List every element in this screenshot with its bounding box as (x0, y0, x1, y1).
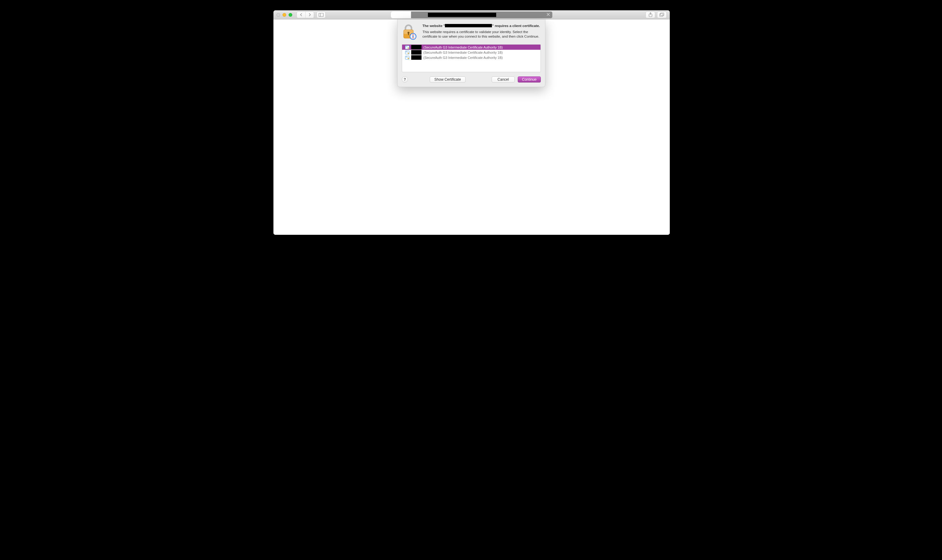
stop-reload-icon[interactable] (546, 12, 550, 17)
sidebar-icon (317, 12, 325, 18)
window-controls (277, 13, 292, 17)
certificate-row[interactable]: (SecureAuth G3 Intermediate Certificate … (402, 45, 540, 50)
share-group (645, 12, 655, 18)
certificate-name-redacted (411, 50, 422, 55)
titlebar (274, 10, 670, 19)
address-url-redacted (428, 13, 496, 17)
navigation-buttons (297, 12, 314, 18)
svg-point-31 (408, 58, 409, 59)
continue-label: Continue (522, 77, 537, 82)
certificate-name-redacted (411, 55, 422, 60)
certificate-list[interactable]: (SecureAuth G3 Intermediate Certificate … (402, 44, 541, 72)
svg-rect-19 (406, 47, 409, 47)
certificate-name-redacted (411, 45, 422, 49)
svg-rect-6 (660, 14, 663, 16)
cancel-button[interactable]: Cancel (492, 77, 515, 83)
address-secure-area (391, 12, 411, 18)
sheet-hostname-redacted (445, 24, 492, 27)
zoom-window-button[interactable] (289, 13, 292, 17)
browser-window: + (274, 10, 670, 235)
certificate-row[interactable]: (SecureAuth G3 Intermediate Certificate … (402, 50, 540, 55)
toolbar-right (645, 12, 667, 18)
certificate-issuer: (SecureAuth G3 Intermediate Certificate … (423, 46, 503, 49)
help-button[interactable]: ? (402, 77, 408, 83)
sheet-description: This website requires a certificate to v… (422, 30, 541, 39)
certificate-icon (405, 46, 409, 49)
sheet-title: The website "" requires a client certifi… (422, 24, 541, 29)
sheet-actions: ? Show Certificate Cancel Continue (402, 77, 541, 83)
page-viewport: The website "" requires a client certifi… (274, 19, 670, 235)
certificate-icon (405, 56, 409, 60)
continue-button[interactable]: Continue (518, 77, 541, 83)
sheet-title-suffix: " requires a client certificate. (492, 24, 540, 28)
desktop-stage: + (257, 0, 685, 255)
certificate-issuer: (SecureAuth G3 Intermediate Certificate … (423, 51, 503, 54)
svg-point-21 (408, 47, 409, 49)
sheet-title-prefix: The website " (422, 24, 445, 28)
certificate-row[interactable]: (SecureAuth G3 Intermediate Certificate … (402, 55, 540, 60)
certificate-issuer: (SecureAuth G3 Intermediate Certificate … (423, 56, 503, 60)
svg-rect-11 (408, 33, 409, 35)
lock-icon (402, 24, 417, 41)
svg-rect-0 (319, 13, 323, 16)
help-icon: ? (403, 77, 406, 82)
cancel-label: Cancel (497, 77, 509, 82)
svg-rect-23 (406, 51, 407, 52)
sidebar-toggle[interactable] (317, 12, 326, 18)
svg-rect-18 (406, 46, 407, 46)
certificate-icon (405, 51, 409, 54)
show-certificate-button[interactable]: Show Certificate (430, 77, 466, 83)
svg-rect-7 (661, 13, 664, 16)
certificate-sheet: The website "" requires a client certifi… (397, 19, 545, 87)
svg-rect-24 (406, 52, 409, 52)
svg-point-16 (413, 36, 414, 37)
tabs-group (657, 12, 667, 18)
forward-button[interactable] (305, 12, 314, 18)
share-button[interactable] (646, 12, 655, 18)
back-button[interactable] (297, 12, 305, 18)
address-bar[interactable] (391, 12, 553, 18)
svg-rect-25 (406, 52, 409, 52)
show-certificate-label: Show Certificate (434, 77, 461, 82)
minimize-window-button[interactable] (283, 13, 286, 17)
show-tabs-button[interactable] (657, 12, 666, 18)
close-window-button[interactable] (277, 13, 280, 17)
svg-rect-30 (406, 57, 409, 58)
svg-point-26 (408, 52, 409, 54)
svg-rect-29 (406, 57, 409, 57)
